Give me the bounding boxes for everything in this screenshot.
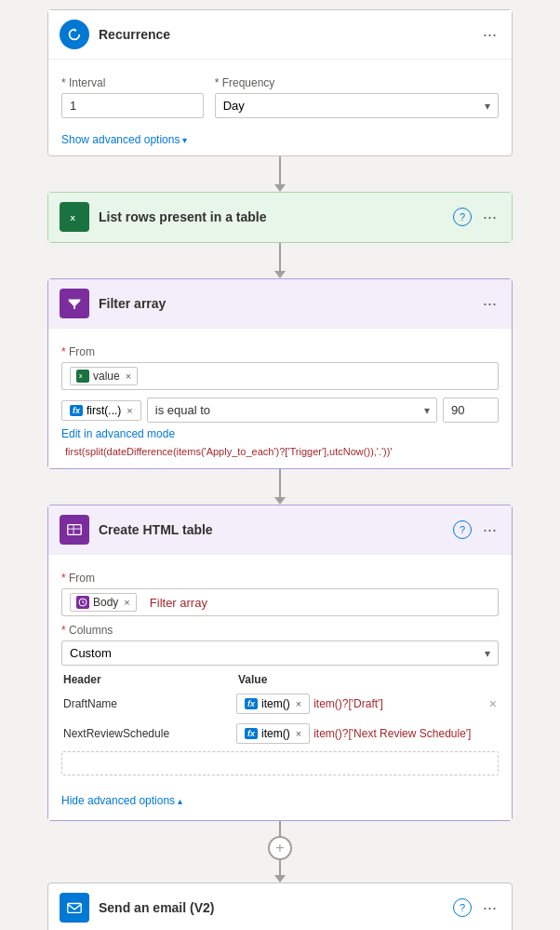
connector-4: + bbox=[268, 821, 292, 883]
excel-icon: X bbox=[60, 202, 89, 232]
columns-label: * Columns bbox=[61, 624, 499, 637]
recurrence-header: Recurrence ··· bbox=[48, 10, 512, 60]
columns-select[interactable]: Custom Automatic bbox=[62, 641, 498, 665]
comparand-input[interactable] bbox=[443, 398, 499, 423]
filter-array-label: Filter array bbox=[150, 596, 207, 610]
row2-value: fx item() × item()?['Next Review Schedul… bbox=[236, 723, 497, 744]
row1-header-label: DraftName bbox=[63, 694, 231, 714]
recurrence-title: Recurrence bbox=[99, 27, 470, 42]
show-advanced-recurrence-link[interactable]: Show advanced options ▾ bbox=[61, 133, 187, 146]
recurrence-body: * Interval * Frequency Day Minute Hour W… bbox=[48, 60, 512, 155]
filter-array-card: Filter array ··· * From X value × fx fir bbox=[47, 278, 513, 469]
filter-icon bbox=[60, 289, 89, 318]
hide-advanced-text: Hide advanced options bbox=[61, 794, 175, 807]
show-advanced-recurrence-text: Show advanced options bbox=[61, 133, 180, 146]
plus-connector[interactable]: + bbox=[268, 836, 292, 860]
html-from-field[interactable]: Body × Filter array bbox=[61, 588, 499, 616]
row1-delete-button[interactable]: × bbox=[489, 696, 497, 711]
row2-item-close[interactable]: × bbox=[296, 728, 301, 739]
arrow-head-2 bbox=[274, 271, 286, 278]
create-html-menu-button[interactable]: ··· bbox=[479, 519, 500, 540]
row2-item-text: item() bbox=[261, 727, 290, 740]
row1-fx-icon: fx bbox=[245, 698, 258, 709]
hide-advanced-link[interactable]: Hide advanced options ▴ bbox=[61, 794, 182, 807]
filter-array-body: * From X value × fx first(...) × bbox=[48, 329, 512, 468]
send-email-help-icon[interactable]: ? bbox=[453, 898, 472, 917]
list-rows-menu-button[interactable]: ··· bbox=[479, 207, 500, 227]
table-row-2: NextReviewSchedule fx item() × item()?['… bbox=[61, 721, 499, 746]
filter-array-header: Filter array ··· bbox=[48, 279, 512, 329]
flow-container: Recurrence ··· * Interval * Frequency Da… bbox=[0, 0, 560, 930]
body-tag: Body × bbox=[70, 593, 137, 612]
filter-value-text: first(...) bbox=[87, 404, 121, 417]
show-advanced-recurrence: Show advanced options ▾ bbox=[61, 124, 499, 146]
arrow-head-3 bbox=[274, 497, 286, 505]
interval-group: * Interval bbox=[61, 69, 204, 118]
interval-label: * Interval bbox=[61, 76, 204, 89]
from-tag-text: value bbox=[93, 370, 120, 383]
create-html-actions: ? ··· bbox=[453, 519, 500, 540]
arrow-head-4 bbox=[274, 875, 286, 883]
send-email-header: Send an email (V2) ? ··· bbox=[48, 883, 512, 930]
value-col-label: Value bbox=[238, 673, 497, 686]
interval-freq-row: * Interval * Frequency Day Minute Hour W… bbox=[61, 69, 499, 118]
row1-value: fx item() × item()?['Draft'] bbox=[236, 694, 484, 714]
header-col-label: Header bbox=[63, 673, 231, 686]
expression-tooltip: first(split(dateDifference(items('Apply_… bbox=[61, 444, 499, 459]
arrow-line-2 bbox=[279, 243, 281, 271]
create-html-card: Create HTML table ? ··· * From Body × Fi… bbox=[47, 505, 513, 821]
excel-small-icon: X bbox=[76, 370, 89, 383]
row2-item-tag: fx item() × bbox=[236, 723, 310, 744]
filter-tag-close[interactable]: × bbox=[127, 405, 132, 416]
row1-item-text: item() bbox=[261, 697, 290, 710]
body-tag-icon bbox=[76, 596, 89, 609]
row2-header-label: NextReviewSchedule bbox=[63, 723, 231, 744]
from-field-row[interactable]: X value × bbox=[61, 362, 499, 390]
chevron-up-icon: ▴ bbox=[178, 796, 182, 806]
table-row-1: DraftName fx item() × item()?['Draft'] × bbox=[61, 692, 499, 716]
empty-row[interactable] bbox=[61, 751, 499, 775]
col-headers: Header Value bbox=[61, 673, 499, 686]
frequency-label: * Frequency bbox=[215, 76, 499, 89]
email-icon bbox=[60, 893, 89, 923]
connector-3 bbox=[274, 469, 286, 505]
from-tag-close[interactable]: × bbox=[126, 371, 131, 382]
fx-icon: fx bbox=[70, 405, 83, 416]
list-rows-actions: ? ··· bbox=[453, 207, 500, 227]
recurrence-menu-button[interactable]: ··· bbox=[479, 24, 500, 45]
condition-select-wrapper: is equal to is not equal to is greater t… bbox=[147, 398, 437, 423]
body-tag-text: Body bbox=[93, 596, 118, 609]
html-table-icon bbox=[60, 515, 89, 545]
row1-item-close[interactable]: × bbox=[296, 698, 301, 709]
connector-1 bbox=[274, 156, 286, 192]
filter-array-menu-button[interactable]: ··· bbox=[479, 293, 500, 314]
arrow-head-1 bbox=[274, 184, 286, 192]
create-html-header: Create HTML table ? ··· bbox=[48, 505, 512, 555]
edit-advanced-link[interactable]: Edit in advanced mode bbox=[61, 427, 175, 440]
send-email-actions: ? ··· bbox=[453, 897, 500, 918]
row1-expr-text: item()?['Draft'] bbox=[313, 697, 383, 710]
svg-text:X: X bbox=[79, 373, 83, 379]
svg-rect-3 bbox=[68, 525, 81, 535]
html-from-label: * From bbox=[61, 572, 499, 585]
hide-advanced-wrapper: Hide advanced options ▴ bbox=[61, 785, 499, 807]
condition-select[interactable]: is equal to is not equal to is greater t… bbox=[147, 398, 437, 423]
edit-advanced-text: Edit in advanced mode bbox=[61, 427, 175, 440]
from-value-tag: X value × bbox=[70, 367, 138, 385]
edit-advanced-wrapper: Edit in advanced mode bbox=[61, 426, 499, 440]
send-email-menu-button[interactable]: ··· bbox=[479, 897, 500, 918]
arrow-line-1 bbox=[279, 156, 281, 184]
recurrence-icon bbox=[60, 20, 89, 49]
frequency-group: * Frequency Day Minute Hour Week Month bbox=[215, 69, 499, 118]
filter-array-title: Filter array bbox=[99, 296, 470, 311]
frequency-select[interactable]: Day Minute Hour Week Month bbox=[216, 94, 498, 117]
svg-text:X: X bbox=[71, 214, 76, 222]
interval-input[interactable] bbox=[61, 93, 204, 118]
create-html-title: Create HTML table bbox=[99, 522, 444, 537]
create-html-help-icon[interactable]: ? bbox=[453, 520, 472, 539]
send-email-card: Send an email (V2) ? ··· * To * Subject … bbox=[47, 883, 513, 930]
recurrence-actions: ··· bbox=[479, 24, 500, 45]
list-rows-help-icon[interactable]: ? bbox=[453, 208, 472, 226]
connector-2 bbox=[274, 243, 286, 278]
body-tag-close[interactable]: × bbox=[124, 597, 129, 608]
